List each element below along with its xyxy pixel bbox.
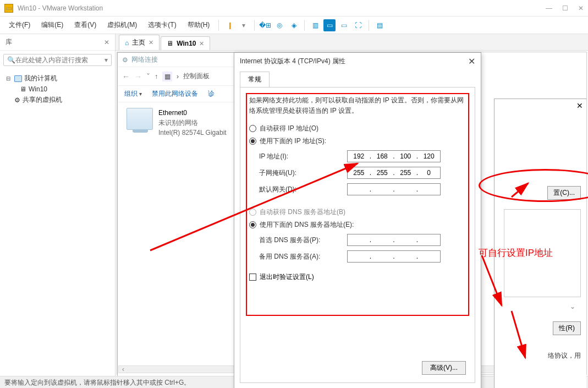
status-text: 要将输入定向到该虚拟机，请将鼠标指针移入其中或按 Ctrl+G。 (4, 379, 190, 386)
radio-manual-ip[interactable]: 使用下面的 IP 地址(S): (249, 136, 466, 146)
dns2-input[interactable]: ... (347, 250, 441, 263)
home-icon: ⌂ (125, 39, 129, 47)
close-button[interactable]: ✕ (578, 4, 584, 12)
tab-close-icon[interactable]: ✕ (199, 40, 204, 47)
shared-icon: ⚙ (14, 96, 20, 104)
field-dns1: 首选 DNS 服务器(P): ... (259, 234, 466, 246)
ip-address-input[interactable]: 192. 168. 100. 120 (347, 150, 441, 162)
tree-vm-win10[interactable]: 🖥 Win10 (4, 84, 111, 94)
protocol-text: 络协议，用 (548, 351, 581, 360)
snapshot-icon[interactable]: ◎ (273, 19, 285, 31)
field-label: 首选 DNS 服务器(P): (259, 236, 347, 245)
tab-label: Win10 (177, 40, 196, 47)
nav-back-icon[interactable]: ← (122, 72, 130, 81)
collapse-icon[interactable]: ⊟ (4, 75, 12, 83)
field-ip-address: IP 地址(I): 192. 168. 100. 120 (259, 150, 466, 162)
nav-up-icon[interactable]: ↑ (155, 73, 158, 80)
menu-bar: 文件(F) 编辑(E) 查看(V) 虚拟机(M) 选项卡(T) 帮助(H) ||… (0, 17, 588, 34)
radio-label: 使用下面的 DNS 服务器地址(E): (260, 220, 354, 229)
menu-edit[interactable]: 编辑(E) (37, 18, 68, 32)
radio-manual-dns[interactable]: 使用下面的 DNS 服务器地址(E): (249, 220, 466, 229)
menu-vm[interactable]: 虚拟机(M) (103, 18, 141, 32)
tab-win10[interactable]: 🖥 Win10 ✕ (161, 36, 210, 50)
unity-icon[interactable]: ▭ (338, 19, 350, 31)
menu-help[interactable]: 帮助(H) (183, 18, 215, 32)
field-label: IP 地址(I): (259, 152, 347, 161)
cmd-diagnose[interactable]: 诊 (208, 89, 215, 99)
library-sidebar: 库 ✕ 🔍 ▾ ⊟ 我的计算机 🖥 Win10 ⚙ 共享的虚拟机 (0, 34, 116, 376)
search-icon: 🔍 (7, 56, 15, 64)
vmware-app-icon: ▭ (4, 4, 13, 13)
field-label: 子网掩码(U): (259, 168, 347, 178)
console-view-icon[interactable]: ▭ (323, 19, 336, 31)
search-input[interactable] (15, 56, 105, 64)
fullscreen-icon[interactable]: ⛶ (352, 19, 364, 31)
breadcrumb-sep: › (177, 73, 179, 80)
radio-icon (249, 125, 256, 132)
sidebar-header: 库 (6, 37, 12, 47)
thumbnail-icon[interactable]: ▥ (309, 19, 321, 31)
maximize-button[interactable]: ☐ (562, 4, 568, 12)
radio-auto-dns: 自动获得 DNS 服务器地址(B) (249, 207, 466, 217)
protocol-list[interactable] (504, 209, 581, 297)
configure-button[interactable]: 置(C)... (547, 186, 581, 200)
field-label: 默认网关(D): (259, 185, 347, 194)
library-search[interactable]: 🔍 ▾ (3, 54, 112, 66)
tree-my-computer[interactable]: ⊟ 我的计算机 (4, 73, 111, 84)
gateway-input[interactable]: ... (347, 183, 441, 195)
chevron-down-icon[interactable]: ⌄ (570, 303, 581, 310)
advanced-button[interactable]: 高级(V)... (422, 361, 466, 375)
field-subnet-mask: 子网掩码(U): 255. 255. 255. 0 (259, 167, 466, 179)
nav-forward-icon[interactable]: → (134, 72, 142, 81)
radio-icon (249, 221, 256, 228)
cmd-organize[interactable]: 组织 (124, 89, 142, 99)
send-ctrlaltdel-icon[interactable]: �⊞ (259, 19, 271, 31)
netwin-title: 网络连接 (131, 55, 158, 64)
search-dropdown-icon[interactable]: ▾ (105, 56, 108, 64)
properties-button[interactable]: 性(R) (553, 321, 581, 335)
field-gateway: 默认网关(D): ... (259, 183, 466, 195)
pause-icon[interactable]: || (223, 19, 235, 31)
tree-shared-vms[interactable]: ⚙ 共享的虚拟机 (4, 94, 111, 106)
tab-label: 主页 (132, 38, 145, 47)
field-dns2: 备用 DNS 服务器(A): ... (259, 250, 466, 263)
snapshot-manager-icon[interactable]: ◈ (288, 19, 300, 31)
library-tree: ⊟ 我的计算机 🖥 Win10 ⚙ 共享的虚拟机 (0, 69, 115, 109)
tab-close-icon[interactable]: ✕ (149, 39, 153, 46)
control-panel-icon: ▦ (162, 72, 172, 81)
checkbox-validate[interactable]: 退出时验证设置(L) (249, 272, 466, 282)
dialog-close-icon[interactable]: ✕ (576, 101, 583, 110)
document-tabs: ⌂ 主页 ✕ 🖥 Win10 ✕ (116, 34, 588, 51)
menu-file[interactable]: 文件(F) (4, 18, 35, 32)
window-titlebar: ▭ Win10 - VMware Workstation — ☐ ✕ (0, 0, 588, 17)
vm-tab-icon: 🖥 (167, 40, 173, 47)
network-icon: ⚙ (122, 56, 128, 64)
checkbox-icon (249, 274, 256, 281)
dialog-close-icon[interactable]: ✕ (468, 56, 475, 67)
breadcrumb-item[interactable]: 控制面板 (183, 72, 210, 81)
radio-auto-ip[interactable]: 自动获得 IP 地址(O) (249, 124, 466, 133)
window-title: Win10 - VMware Workstation (18, 4, 546, 12)
scroll-left-icon[interactable]: ‹ (119, 366, 128, 373)
checkbox-label: 退出时验证设置(L) (260, 272, 314, 282)
menu-tabs[interactable]: 选项卡(T) (144, 18, 180, 32)
minimize-button[interactable]: — (546, 4, 552, 12)
tab-general[interactable]: 常规 (240, 72, 270, 87)
field-label: 备用 DNS 服务器(A): (259, 252, 347, 261)
nav-history-icon[interactable]: ˅ (146, 72, 150, 81)
dns1-input[interactable]: ... (347, 234, 441, 246)
subnet-mask-input[interactable]: 255. 255. 255. 0 (347, 167, 441, 179)
sidebar-close-icon[interactable]: ✕ (104, 39, 109, 46)
adapter-status: 未识别的网络 (158, 118, 227, 128)
tab-home[interactable]: ⌂ 主页 ✕ (119, 35, 160, 50)
sidebar-toggle-icon[interactable]: ▤ (373, 19, 386, 31)
adapter-name: Ethernet0 (158, 108, 227, 118)
menu-view[interactable]: 查看(V) (70, 18, 101, 32)
dialog-description: 如果网络支持此功能，则可以获取自动指派的 IP 设置。否则，你需要从网络系统管理… (249, 95, 466, 116)
radio-label: 使用下面的 IP 地址(S): (260, 136, 326, 146)
cmd-disable-device[interactable]: 禁用此网络设备 (152, 89, 198, 99)
radio-icon (249, 138, 256, 145)
toolbar-dropdown-icon[interactable]: ▾ (238, 19, 250, 31)
vm-console[interactable]: ⚙ 网络连接 ← → ˅ ↑ ▦ › 控制面板 组织 禁用此网络设备 诊 (117, 52, 587, 375)
tree-label: Win10 (29, 85, 47, 93)
